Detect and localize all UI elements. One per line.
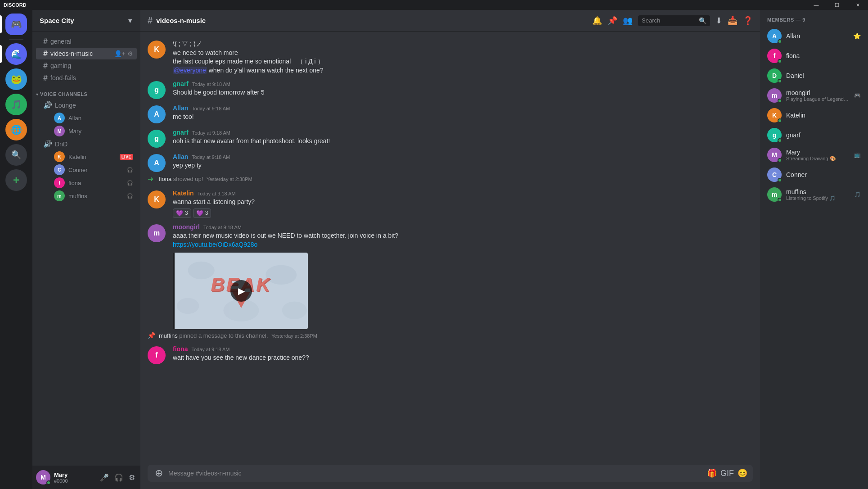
inbox-icon[interactable]: 📥 <box>728 16 738 26</box>
video-embed[interactable]: BEAK ▶ <box>173 253 308 329</box>
system-text-join: fiona showed up! Yesterday at 2:38PM <box>159 176 252 182</box>
avatar-allan-1[interactable]: A <box>148 105 166 123</box>
server-icon-3[interactable]: 🎵 <box>5 94 27 115</box>
member-info-gnarf: gnarf <box>786 131 861 139</box>
author-gnarf-2[interactable]: gnarf <box>173 129 189 136</box>
channel-header-name: videos-n-music <box>156 17 589 24</box>
maximize-button[interactable]: ☐ <box>827 0 847 10</box>
search-bar[interactable]: Search 🔍 <box>638 15 710 26</box>
member-info-katelin: Katelin <box>786 112 861 119</box>
member-avatar-container-fiona: f <box>767 49 782 63</box>
download-icon[interactable]: ⬇ <box>715 16 722 26</box>
user-avatar-container[interactable]: M <box>36 470 50 484</box>
system-mention-fiona[interactable]: fiona <box>159 176 171 182</box>
voice-member-muffins[interactable]: m muffins 🎧 <box>36 190 137 202</box>
voice-channel-lounge[interactable]: 🔊 Lounge <box>36 99 137 111</box>
voice-member-allan[interactable]: A Allan <box>36 112 137 124</box>
server-icon-add[interactable]: + <box>5 169 27 191</box>
minimize-button[interactable]: — <box>806 0 827 10</box>
members-icon[interactable]: 👥 <box>623 16 633 26</box>
server-icon-4[interactable]: 🌐 <box>5 119 27 140</box>
close-button[interactable]: ✕ <box>847 0 868 10</box>
member-activity-muffins: Listening to Spotify 🎵 <box>786 195 850 201</box>
voice-member-katelin[interactable]: K Katelin LIVE <box>36 150 137 163</box>
author-gnarf-1[interactable]: gnarf <box>173 80 189 87</box>
avatar-gnarf-2[interactable]: g <box>148 130 166 148</box>
member-item-mary[interactable]: M Mary Streaming Drawing 🎨 📺 <box>764 145 864 165</box>
add-member-icon[interactable]: 👤+ <box>114 50 126 57</box>
avatar-gnarf[interactable]: g <box>148 81 166 99</box>
mute-button[interactable]: 🎤 <box>98 471 111 484</box>
member-item-conner[interactable]: C Conner <box>764 165 864 185</box>
author-moongirl[interactable]: moongirl <box>173 223 200 231</box>
voice-member-name-fiona: fiona <box>68 180 123 186</box>
author-fiona[interactable]: fiona <box>173 345 188 353</box>
reactions-katelin: 💜 3 💜 3 <box>173 208 753 218</box>
message-katelin: K \( ; ▽ ; )ノ we need to watch more the … <box>140 39 760 76</box>
avatar-moongirl[interactable]: m <box>148 224 166 242</box>
input-actions: 🎁 GIF 😊 <box>707 468 747 478</box>
avatar-allan-2[interactable]: A <box>148 154 166 172</box>
gift-icon[interactable]: 🎁 <box>707 468 717 478</box>
member-info-muffins: muffins Listening to Spotify 🎵 <box>786 188 850 201</box>
help-icon[interactable]: ❓ <box>743 16 753 26</box>
message-text-katelin-1: \( ; ▽ ; )ノ <box>173 40 753 49</box>
speaker-icon-dnd: 🔊 <box>43 140 52 148</box>
member-item-muffins[interactable]: m muffins Listening to Spotify 🎵 🎵 <box>764 185 864 204</box>
voice-channel-dnd[interactable]: 🔊 DnD <box>36 138 137 150</box>
message-header-allan-1: Allan Today at 9:18 AM <box>173 104 753 112</box>
deafen-button[interactable]: 🎧 <box>112 471 125 484</box>
server-header[interactable]: Space City ▼ <box>32 10 140 32</box>
member-item-daniel[interactable]: D Daniel <box>764 66 864 86</box>
server-icon-discord[interactable]: 🎮 <box>5 14 27 35</box>
settings-button[interactable]: ⚙ <box>127 471 137 484</box>
pin-icon-msg: 📌 <box>148 332 155 339</box>
message-content-fiona: fiona Today at 9:18 AM wait have you see… <box>173 345 753 362</box>
youtube-link[interactable]: https://youtu.be/OiDx6aQ928o <box>173 241 257 248</box>
voice-member-fiona[interactable]: f fiona 🎧 <box>36 177 137 189</box>
channel-item-general[interactable]: # general <box>36 36 137 47</box>
voice-member-avatar-conner: C <box>54 164 65 175</box>
voice-member-avatar-katelin: K <box>54 151 65 162</box>
message-katelin-party: K Katelin Today at 9:18 AM wanna start a… <box>140 189 760 219</box>
search-placeholder: Search <box>642 17 697 24</box>
member-item-gnarf[interactable]: g gnarf <box>764 125 864 145</box>
channel-action-icons: 👤+ ⚙ <box>114 50 133 57</box>
message-content-gnarf-1: gnarf Today at 9:18 AM Should be good to… <box>173 80 753 97</box>
avatar-fiona[interactable]: f <box>148 346 166 364</box>
channel-item-videos-n-music[interactable]: # videos-n-music 👤+ ⚙ <box>36 48 137 59</box>
server-icon-2[interactable]: 🐸 <box>5 68 27 90</box>
voice-member-conner[interactable]: C Conner 🎧 <box>36 163 137 176</box>
message-input-area: ⊕ 🎁 GIF 😊 <box>140 465 760 489</box>
add-attachment-button[interactable]: ⊕ <box>153 466 165 481</box>
server-icon-1[interactable]: 🌊 <box>5 43 27 65</box>
member-item-moongirl[interactable]: m moongirl Playing League of Legends 🎮 🎮 <box>764 86 864 105</box>
message-input[interactable] <box>168 465 703 482</box>
author-katelin-party[interactable]: Katelin <box>173 190 194 197</box>
notification-icon[interactable]: 🔔 <box>592 16 602 26</box>
author-allan-1[interactable]: Allan <box>173 104 188 112</box>
avatar-katelin[interactable]: K <box>148 41 166 59</box>
member-item-katelin[interactable]: K Katelin <box>764 105 864 125</box>
voice-category[interactable]: ▾ VOICE CHANNELS <box>32 84 140 99</box>
emoji-button[interactable]: 😊 <box>738 468 747 478</box>
pin-icon[interactable]: 📌 <box>607 16 617 26</box>
member-item-fiona[interactable]: f fiona <box>764 46 864 66</box>
channel-item-gaming[interactable]: # gaming <box>36 60 137 72</box>
voice-member-mary[interactable]: M Mary <box>36 125 137 137</box>
avatar-katelin-party[interactable]: K <box>148 190 166 208</box>
play-button[interactable]: ▶ <box>230 280 252 302</box>
channel-name-general: general <box>50 38 133 45</box>
reaction-heart-2[interactable]: 💜 3 <box>193 208 211 218</box>
server-icon-explore[interactable]: 🔍 <box>5 144 27 166</box>
voice-member-avatar-mary: M <box>54 126 65 136</box>
author-allan-2[interactable]: Allan <box>173 153 188 160</box>
gif-button[interactable]: GIF <box>720 469 734 478</box>
reaction-heart-1[interactable]: 💜 3 <box>173 208 191 218</box>
settings-icon[interactable]: ⚙ <box>127 50 133 57</box>
member-item-allan[interactable]: A Allan ⭐ <box>764 26 864 46</box>
member-activity-moongirl: Playing League of Legends 🎮 <box>786 96 850 102</box>
app-container: 🎮 🌊 🐸 🎵 🌐 🔍 + Space City ▼ # general # v… <box>0 10 868 489</box>
pin-mention-muffins[interactable]: muffins <box>159 332 178 339</box>
channel-item-food-fails[interactable]: # food-fails <box>36 72 137 84</box>
